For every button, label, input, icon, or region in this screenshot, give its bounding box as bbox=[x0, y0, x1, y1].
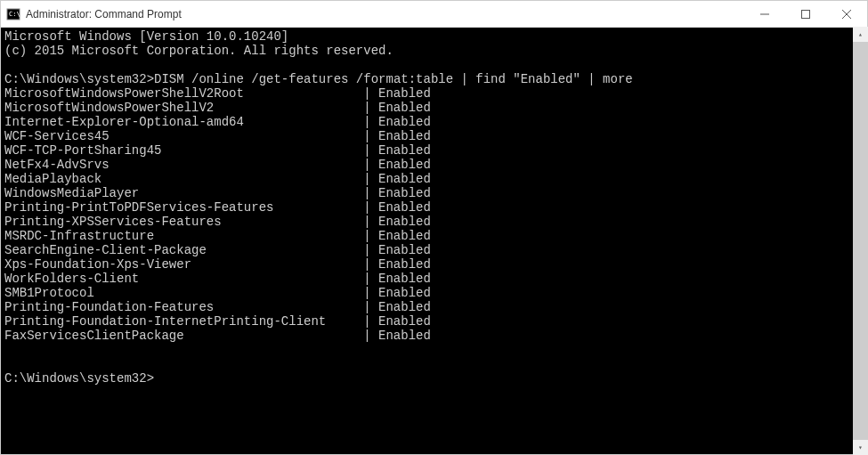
feature-row: Printing-XPSServices-Features | Enabled bbox=[4, 215, 864, 229]
scroll-thumb[interactable] bbox=[853, 42, 868, 440]
feature-row: WCF-Services45 | Enabled bbox=[4, 129, 864, 143]
scroll-down-arrow[interactable]: ▾ bbox=[853, 440, 868, 455]
terminal-area[interactable]: Microsoft Windows [Version 10.0.10240] (… bbox=[1, 28, 867, 454]
feature-row: MediaPlayback | Enabled bbox=[4, 172, 864, 186]
blank-line bbox=[4, 58, 864, 72]
scroll-up-arrow[interactable]: ▴ bbox=[853, 27, 868, 42]
prompt: C:\Windows\system32> bbox=[4, 371, 154, 386]
header-line: Microsoft Windows [Version 10.0.10240] bbox=[4, 29, 864, 44]
command-text: DISM /online /get-features /format:table… bbox=[154, 72, 633, 86]
maximize-button[interactable] bbox=[785, 1, 826, 27]
feature-row: WCF-TCP-PortSharing45 | Enabled bbox=[4, 143, 864, 158]
window-controls bbox=[744, 1, 867, 27]
feature-row: MicrosoftWindowsPowerShellV2Root | Enabl… bbox=[4, 86, 864, 101]
svg-text:C:\: C:\ bbox=[9, 11, 20, 18]
feature-row: WindowsMediaPlayer | Enabled bbox=[4, 186, 864, 200]
feature-row: MicrosoftWindowsPowerShellV2 | Enabled bbox=[4, 101, 864, 115]
feature-row: Xps-Foundation-Xps-Viewer | Enabled bbox=[4, 257, 864, 272]
feature-row: WorkFolders-Client | Enabled bbox=[4, 272, 864, 286]
feature-row: Printing-Foundation-Features | Enabled bbox=[4, 300, 864, 314]
feature-row: MSRDC-Infrastructure | Enabled bbox=[4, 229, 864, 243]
vertical-scrollbar[interactable]: ▴ ▾ bbox=[853, 27, 868, 455]
blank-line bbox=[4, 343, 864, 357]
svg-rect-3 bbox=[802, 10, 810, 18]
window-title: Administrator: Command Prompt bbox=[26, 8, 744, 20]
feature-row: Internet-Explorer-Optional-amd64 | Enabl… bbox=[4, 115, 864, 129]
feature-row: SMB1Protocol | Enabled bbox=[4, 286, 864, 300]
cmd-window: C:\ Administrator: Command Prompt Micros… bbox=[0, 0, 868, 455]
close-button[interactable] bbox=[826, 1, 867, 27]
titlebar: C:\ Administrator: Command Prompt bbox=[1, 1, 867, 28]
prompt-line: C:\Windows\system32> bbox=[4, 371, 864, 386]
feature-row: Printing-PrintToPDFServices-Features | E… bbox=[4, 200, 864, 215]
minimize-button[interactable] bbox=[744, 1, 785, 27]
feature-row: Printing-Foundation-InternetPrinting-Cli… bbox=[4, 314, 864, 329]
prompt: C:\Windows\system32> bbox=[4, 72, 154, 86]
features-output: MicrosoftWindowsPowerShellV2Root | Enabl… bbox=[4, 86, 864, 343]
command-line: C:\Windows\system32>DISM /online /get-fe… bbox=[4, 72, 864, 86]
blank-line bbox=[4, 357, 864, 371]
cmd-icon: C:\ bbox=[6, 7, 20, 21]
feature-row: FaxServicesClientPackage | Enabled bbox=[4, 329, 864, 343]
feature-row: SearchEngine-Client-Package | Enabled bbox=[4, 243, 864, 257]
copyright-line: (c) 2015 Microsoft Corporation. All righ… bbox=[4, 44, 864, 58]
feature-row: NetFx4-AdvSrvs | Enabled bbox=[4, 158, 864, 172]
scroll-track[interactable] bbox=[853, 42, 868, 440]
